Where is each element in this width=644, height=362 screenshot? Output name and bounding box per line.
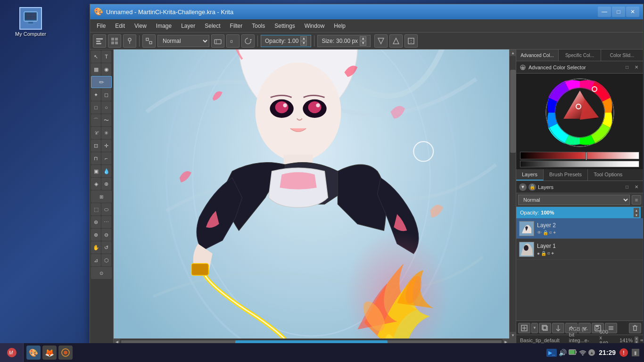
taskbar-terminal-icon[interactable]: ▶_ (546, 349, 557, 357)
snap-btn[interactable] (142, 34, 156, 48)
tool-colorsmudge[interactable]: ◉ (101, 63, 111, 75)
tool-poly[interactable]: ⌒ (91, 114, 101, 126)
layers-options[interactable]: ≡ (632, 195, 641, 205)
menu-view[interactable]: View (130, 21, 151, 31)
tab-color-slider[interactable]: Color Slid... (601, 49, 643, 61)
tool-rotate[interactable]: ↺ (101, 241, 111, 254)
taskbar-volume-icon[interactable]: 🔊 (559, 349, 567, 356)
opacity-scroll-up[interactable]: ▲ (634, 208, 639, 213)
tool-enclose[interactable]: ⬡ (101, 254, 111, 266)
tool-sel-free[interactable]: ⋯ (101, 216, 111, 228)
tool-options-btn[interactable] (123, 34, 136, 48)
color-selector-close[interactable]: ✕ (633, 64, 640, 71)
tool-freehand-path[interactable]: 〜 (101, 114, 111, 126)
zoom-up[interactable]: ▲ (635, 337, 638, 340)
vertical-scrollbar[interactable]: ▲ ▼ (509, 49, 516, 338)
tool-sel-cont[interactable]: ⊛ (91, 216, 101, 228)
new-layer-dropdown[interactable]: ▼ (531, 323, 538, 333)
tab-specific-color[interactable]: Specific Col... (559, 49, 601, 61)
tool-dynamic[interactable]: ✦ (91, 89, 101, 101)
blend-mode-select[interactable]: Normal (157, 35, 209, 47)
tool-gradient[interactable]: ▦ (91, 63, 101, 75)
size-stepper[interactable]: ▲ ▼ (360, 36, 366, 46)
opacity-stepper[interactable]: ▲ ▼ (300, 36, 307, 46)
tool-eyedrop[interactable]: 💧 (101, 165, 111, 177)
delete-layer-btn[interactable] (629, 323, 641, 333)
taskbar-start-button[interactable]: M (0, 343, 24, 362)
opacity-value[interactable]: 1.00 (288, 38, 298, 44)
menu-tools[interactable]: Tools (247, 21, 270, 31)
menu-filter[interactable]: Filter (225, 21, 248, 31)
size-up[interactable]: ▲ (360, 36, 366, 41)
menu-file[interactable]: File (92, 21, 110, 31)
layer-2-inherit[interactable]: ✦ (553, 230, 556, 235)
taskbar-firefox[interactable]: 🦊 (42, 346, 57, 360)
tool-assistant[interactable]: ◈ (91, 178, 101, 190)
layer-item-1[interactable]: Layer 1 ● 🔒 α ✦ (516, 239, 643, 260)
canvas-image[interactable] (114, 49, 509, 338)
color-wheel-container[interactable] (516, 74, 643, 152)
layers-close[interactable]: ✕ (633, 183, 640, 191)
layer-1-inherit[interactable]: ✦ (551, 251, 554, 256)
menu-settings[interactable]: Settings (270, 21, 299, 31)
color-selector-expand[interactable]: □ (623, 64, 631, 71)
zoom-slider[interactable] (640, 339, 643, 341)
preserve-alpha-btn[interactable]: α (226, 34, 239, 48)
layers-blend-mode[interactable]: Normal (518, 195, 630, 205)
tool-zoom-in[interactable]: ⊕ (91, 229, 101, 241)
tool-zoom-out[interactable]: ⊖ (101, 229, 111, 241)
layer-2-visibility[interactable]: 👁 (537, 230, 542, 235)
layer-2-lock[interactable]: 🔒 (543, 230, 548, 235)
tool-transform[interactable]: ⊡ (91, 140, 101, 152)
tool-sampler[interactable]: ⊕ (101, 178, 111, 190)
layers-opacity-bar[interactable]: Opacity: 100% ▲ ▼ (516, 207, 643, 218)
tab-tool-options[interactable]: Tool Options (588, 169, 628, 181)
tab-advanced-color[interactable]: Advanced Col... (516, 49, 559, 61)
tab-layers[interactable]: Layers (516, 169, 544, 181)
tool-calligraphy[interactable]: 𝒞 (91, 127, 101, 139)
taskbar-show-desktop[interactable]: ▮ (632, 349, 639, 356)
menu-layer[interactable]: Layer (176, 21, 200, 31)
taskbar-krita[interactable]: 🎨 (26, 346, 41, 360)
merge-down-btn[interactable] (552, 323, 564, 333)
taskbar-wifi-icon[interactable] (579, 349, 586, 357)
tool-smart-patch[interactable]: ⊿ (91, 254, 101, 266)
tool-text[interactable]: T (101, 50, 111, 63)
size-down[interactable]: ▼ (360, 41, 366, 46)
layer-1-alpha[interactable]: α (547, 251, 550, 256)
tool-pixel[interactable]: ◻ (101, 89, 111, 101)
brush-preset-btn[interactable] (93, 34, 106, 48)
tool-crop[interactable]: ⊓ (91, 152, 101, 165)
tool-pan[interactable]: ✋ (91, 241, 101, 254)
tool-sel-ell[interactable]: ⬭ (101, 203, 111, 215)
eraser-btn[interactable] (211, 34, 224, 48)
maximize-button[interactable]: □ (612, 7, 625, 17)
tool-ellipse-shape[interactable]: ○ (101, 101, 111, 114)
tool-move[interactable]: ✛ (101, 140, 111, 152)
color-wheel[interactable] (545, 77, 615, 148)
reset-btn[interactable] (241, 34, 255, 48)
opacity-down[interactable]: ▼ (300, 41, 307, 46)
menu-help[interactable]: Help (329, 21, 350, 31)
taskbar-battery-icon[interactable] (569, 349, 577, 357)
tool-sel-rect[interactable]: ⬚ (91, 203, 101, 215)
tool-rect-shape[interactable]: □ (91, 101, 101, 114)
mirror-h-btn[interactable] (374, 34, 388, 48)
tool-fill[interactable]: ▣ (91, 165, 101, 177)
taskbar-up-indicator[interactable]: ▲ (588, 349, 595, 356)
mirror-v-btn[interactable] (389, 34, 403, 48)
notification-badge[interactable]: ! (619, 348, 628, 357)
tab-brush-presets[interactable]: Brush Presets (544, 169, 588, 181)
new-layer-btn[interactable] (518, 323, 530, 333)
menu-select[interactable]: Select (200, 21, 225, 31)
pattern-btn[interactable] (108, 34, 121, 48)
tool-select[interactable]: ↖ (91, 50, 101, 63)
tool-multibrush[interactable]: ✳ (101, 127, 111, 139)
opacity-up[interactable]: ▲ (300, 36, 307, 41)
tool-grid[interactable]: ⊞ (91, 190, 112, 203)
layer-item-2[interactable]: Layer 2 👁 🔒 α ✦ (516, 218, 643, 239)
tool-wrap[interactable]: ⊙ (91, 267, 112, 279)
desktop-icon-my-computer[interactable]: My Computer (12, 7, 50, 37)
layer-2-alpha[interactable]: α (549, 230, 552, 235)
copy-layer-btn[interactable] (539, 323, 551, 333)
